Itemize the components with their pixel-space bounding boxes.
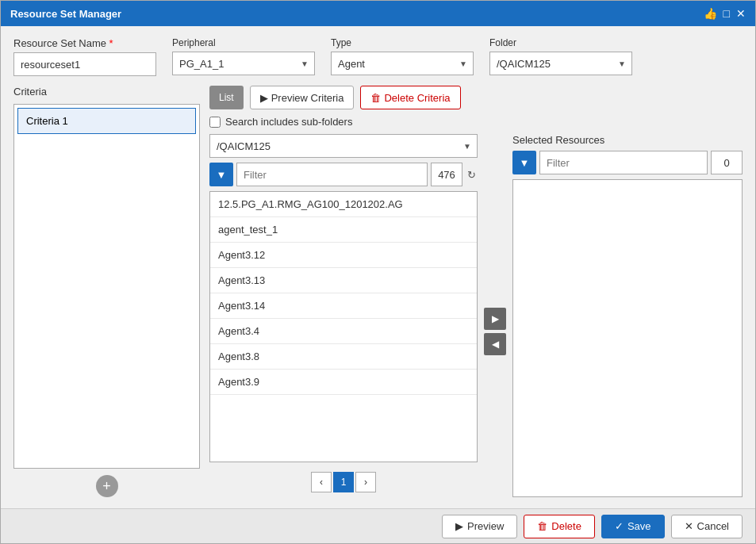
list-count-badge: 476 — [431, 163, 462, 186]
resource-set-name-input[interactable]: resourceset1 — [13, 52, 156, 76]
transfer-buttons: ▶ ◀ — [484, 134, 506, 497]
save-button-icon: ✓ — [615, 520, 624, 532]
pagination-row: ‹ 1 › — [209, 467, 478, 497]
search-subfolders-label: Search includes sub-folders — [225, 116, 352, 128]
folder-select-wrapper: /QAICM125 ▼ — [489, 52, 632, 75]
selected-resources-panel: Selected Resources ▼ 0 — [512, 134, 743, 497]
delete-criteria-icon: 🗑 — [370, 92, 381, 104]
peripheral-group: Peripheral PG_A1_1 ▼ — [172, 37, 315, 75]
fullscreen-icon[interactable]: □ — [723, 7, 730, 20]
list-item[interactable]: Agent3.13 — [210, 268, 477, 293]
folder-select[interactable]: /QAICM125 — [489, 52, 632, 75]
criteria-item[interactable]: Criteria 1 — [17, 108, 196, 134]
delete-criteria-label: Delete Criteria — [384, 92, 450, 104]
list-item[interactable]: agent_test_1 — [210, 217, 477, 243]
delete-criteria-button[interactable]: 🗑 Delete Criteria — [360, 86, 460, 109]
peripheral-label: Peripheral — [172, 37, 315, 48]
preview-criteria-icon: ▶ — [260, 92, 268, 104]
folder-label: Folder — [489, 37, 632, 48]
criteria-item-label: Criteria 1 — [26, 115, 68, 127]
close-icon[interactable]: ✕ — [736, 7, 746, 20]
list-item[interactable]: Agent3.8 — [210, 344, 477, 370]
prev-page-button[interactable]: ‹ — [311, 472, 332, 492]
title-bar-icons: 👍 □ ✕ — [704, 7, 746, 20]
search-subfolder-row: Search includes sub-folders — [209, 116, 743, 128]
main-content: Resource Set Name * resourceset1 Periphe… — [1, 26, 755, 508]
save-button[interactable]: ✓ Save — [601, 515, 665, 538]
preview-criteria-button[interactable]: ▶ Preview Criteria — [250, 86, 355, 109]
page-1-button[interactable]: 1 — [333, 472, 354, 492]
content-area: Criteria Criteria 1 + List ▶ Preview Cri… — [13, 86, 743, 497]
selected-count-badge: 0 — [711, 151, 743, 174]
selected-filter-icon: ▼ — [520, 157, 530, 169]
middle-section: /QAICM125 ▼ ▼ 476 ↻ — [209, 134, 743, 497]
move-right-button[interactable]: ▶ — [484, 308, 506, 330]
selected-filter-button[interactable]: ▼ — [512, 151, 536, 174]
list-item[interactable]: Agent3.14 — [210, 293, 477, 319]
resources-items-list: 12.5.PG_A1.RMG_AG100_1201202.AG agent_te… — [209, 191, 478, 462]
list-filter-row: ▼ 476 ↻ — [209, 163, 478, 186]
cancel-button-icon: ✕ — [685, 520, 693, 532]
form-row: Resource Set Name * resourceset1 Periphe… — [13, 37, 743, 76]
required-indicator: * — [109, 37, 113, 49]
preview-button-icon: ▶ — [455, 520, 463, 532]
type-select-wrapper: Agent ▼ — [331, 52, 474, 75]
cancel-button-label: Cancel — [697, 520, 729, 532]
resource-set-manager-window: Resource Set Manager 👍 □ ✕ Resource Set … — [0, 0, 756, 544]
delete-button[interactable]: 🗑 Delete — [524, 515, 595, 538]
selected-filter-row: ▼ 0 — [512, 151, 743, 174]
next-page-button[interactable]: › — [355, 472, 376, 492]
preview-criteria-label: Preview Criteria — [271, 92, 344, 104]
preview-button[interactable]: ▶ Preview — [442, 515, 517, 538]
type-select[interactable]: Agent — [331, 52, 474, 75]
delete-button-label: Delete — [551, 520, 581, 532]
peripheral-select-wrapper: PG_A1_1 ▼ — [172, 52, 315, 75]
selected-resources-list — [512, 179, 743, 497]
selected-filter-input[interactable] — [539, 151, 708, 174]
peripheral-select[interactable]: PG_A1_1 — [172, 52, 315, 75]
criteria-list: Criteria 1 — [13, 104, 200, 469]
preview-button-label: Preview — [467, 520, 504, 532]
refresh-icon: ↻ — [467, 169, 476, 181]
list-filter-input[interactable] — [236, 163, 428, 186]
add-criteria-button[interactable]: + — [96, 475, 118, 497]
thumbs-up-icon[interactable]: 👍 — [704, 7, 717, 20]
type-label: Type — [331, 37, 474, 48]
footer: ▶ Preview 🗑 Delete ✓ Save ✕ Cancel — [1, 508, 755, 543]
resource-set-name-label: Resource Set Name * — [13, 37, 156, 49]
search-subfolders-checkbox[interactable] — [209, 117, 221, 128]
filter-button[interactable]: ▼ — [209, 163, 233, 186]
list-item[interactable]: Agent3.9 — [210, 370, 477, 395]
criteria-panel: Criteria Criteria 1 + — [13, 86, 200, 497]
cancel-button[interactable]: ✕ Cancel — [671, 515, 743, 538]
refresh-button[interactable]: ↻ — [466, 167, 478, 182]
selected-resources-title: Selected Resources — [512, 134, 743, 146]
resource-set-name-group: Resource Set Name * resourceset1 — [13, 37, 156, 76]
list-panel: /QAICM125 ▼ ▼ 476 ↻ — [209, 134, 478, 497]
save-button-label: Save — [627, 520, 651, 532]
criteria-panel-title: Criteria — [13, 86, 200, 98]
list-toggle-button[interactable]: List — [209, 86, 244, 109]
folder-group: Folder /QAICM125 ▼ — [489, 37, 632, 75]
filter-icon: ▼ — [217, 169, 227, 181]
delete-button-icon: 🗑 — [537, 520, 547, 532]
list-item[interactable]: Agent3.12 — [210, 243, 477, 268]
right-panel: List ▶ Preview Criteria 🗑 Delete Criteri… — [209, 86, 743, 497]
title-bar: Resource Set Manager 👍 □ ✕ — [1, 1, 755, 26]
toolbar-row: List ▶ Preview Criteria 🗑 Delete Criteri… — [209, 86, 743, 109]
list-item[interactable]: 12.5.PG_A1.RMG_AG100_1201202.AG — [210, 192, 477, 217]
folder-filter-select[interactable]: /QAICM125 — [209, 134, 478, 158]
window-title: Resource Set Manager — [10, 8, 121, 20]
type-group: Type Agent ▼ — [331, 37, 474, 75]
folder-filter-wrapper: /QAICM125 ▼ — [209, 134, 478, 158]
list-item[interactable]: Agent3.4 — [210, 319, 477, 344]
move-left-button[interactable]: ◀ — [484, 333, 506, 355]
